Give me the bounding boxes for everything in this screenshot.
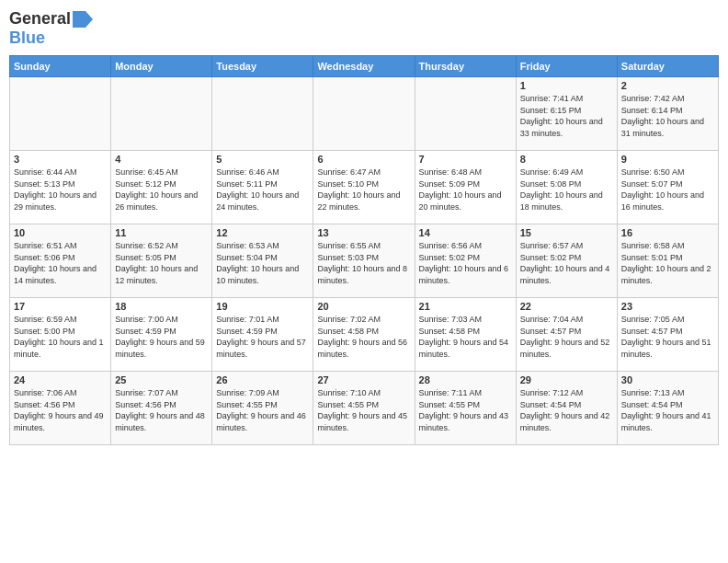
day-number: 1 [520,80,613,91]
logo-blue-text: Blue [9,29,45,48]
cell-info: Sunrise: 7:09 AMSunset: 4:55 PMDaylight:… [216,388,306,432]
cell-info: Sunrise: 6:50 AMSunset: 5:07 PMDaylight:… [621,167,704,212]
day-number: 3 [14,154,107,165]
cell-info: Sunrise: 7:05 AMSunset: 4:57 PMDaylight:… [621,315,711,359]
cell-info: Sunrise: 6:45 AMSunset: 5:12 PMDaylight:… [115,167,198,212]
cell-info: Sunrise: 7:04 AMSunset: 4:57 PMDaylight:… [520,315,610,359]
calendar-cell: 29Sunrise: 7:12 AMSunset: 4:54 PMDayligh… [516,372,617,445]
logo: General Blue [9,9,93,48]
cell-info: Sunrise: 6:59 AMSunset: 5:00 PMDaylight:… [14,315,104,359]
day-number: 9 [621,154,714,165]
calendar-cell: 14Sunrise: 6:56 AMSunset: 5:02 PMDayligh… [415,224,516,298]
day-header-thursday: Thursday [415,56,516,77]
calendar-cell: 13Sunrise: 6:55 AMSunset: 5:03 PMDayligh… [313,224,415,298]
calendar-cell: 18Sunrise: 7:00 AMSunset: 4:59 PMDayligh… [111,298,212,372]
calendar-cell: 3Sunrise: 6:44 AMSunset: 5:13 PMDaylight… [10,151,111,224]
cell-info: Sunrise: 6:51 AMSunset: 5:06 PMDaylight:… [14,241,97,285]
calendar-cell: 11Sunrise: 6:52 AMSunset: 5:05 PMDayligh… [111,224,212,298]
logo-general-text: General [9,9,71,29]
day-number: 4 [115,154,208,165]
day-number: 21 [419,301,512,312]
calendar-cell: 10Sunrise: 6:51 AMSunset: 5:06 PMDayligh… [10,224,111,298]
cell-info: Sunrise: 7:01 AMSunset: 4:59 PMDaylight:… [216,315,306,359]
calendar-cell: 22Sunrise: 7:04 AMSunset: 4:57 PMDayligh… [516,298,617,372]
calendar-cell: 8Sunrise: 6:49 AMSunset: 5:08 PMDaylight… [516,151,617,224]
cell-info: Sunrise: 7:11 AMSunset: 4:55 PMDaylight:… [419,388,509,432]
day-number: 26 [216,374,309,385]
day-number: 15 [520,227,613,238]
day-number: 20 [317,301,410,312]
week-row-4: 17Sunrise: 6:59 AMSunset: 5:00 PMDayligh… [10,298,719,372]
cell-info: Sunrise: 6:57 AMSunset: 5:02 PMDaylight:… [520,241,610,285]
day-header-sunday: Sunday [10,56,111,77]
day-number: 17 [14,301,107,312]
cell-info: Sunrise: 6:48 AMSunset: 5:09 PMDaylight:… [419,167,502,212]
calendar-cell [313,77,415,151]
calendar-cell: 24Sunrise: 7:06 AMSunset: 4:56 PMDayligh… [10,372,111,445]
week-row-3: 10Sunrise: 6:51 AMSunset: 5:06 PMDayligh… [10,224,719,298]
week-row-5: 24Sunrise: 7:06 AMSunset: 4:56 PMDayligh… [10,372,719,445]
calendar-cell: 12Sunrise: 6:53 AMSunset: 5:04 PMDayligh… [212,224,313,298]
day-number: 2 [621,80,714,91]
cell-info: Sunrise: 7:02 AMSunset: 4:58 PMDaylight:… [317,315,407,359]
cell-info: Sunrise: 6:58 AMSunset: 5:01 PMDaylight:… [621,241,711,285]
day-number: 30 [621,374,714,385]
calendar-cell: 27Sunrise: 7:10 AMSunset: 4:55 PMDayligh… [313,372,415,445]
cell-info: Sunrise: 6:56 AMSunset: 5:02 PMDaylight:… [419,241,509,285]
day-number: 16 [621,227,714,238]
svg-marker-0 [73,11,93,28]
cell-info: Sunrise: 6:52 AMSunset: 5:05 PMDaylight:… [115,241,198,285]
calendar-cell: 4Sunrise: 6:45 AMSunset: 5:12 PMDaylight… [111,151,212,224]
cell-info: Sunrise: 7:12 AMSunset: 4:54 PMDaylight:… [520,388,610,432]
calendar-cell [212,77,313,151]
calendar-cell: 19Sunrise: 7:01 AMSunset: 4:59 PMDayligh… [212,298,313,372]
calendar-cell: 26Sunrise: 7:09 AMSunset: 4:55 PMDayligh… [212,372,313,445]
calendar-cell: 30Sunrise: 7:13 AMSunset: 4:54 PMDayligh… [617,372,718,445]
calendar-cell [415,77,516,151]
cell-info: Sunrise: 6:46 AMSunset: 5:11 PMDaylight:… [216,167,299,212]
cell-info: Sunrise: 6:55 AMSunset: 5:03 PMDaylight:… [317,241,407,285]
cell-info: Sunrise: 7:07 AMSunset: 4:56 PMDaylight:… [115,388,205,432]
calendar-cell: 20Sunrise: 7:02 AMSunset: 4:58 PMDayligh… [313,298,415,372]
day-header-friday: Friday [516,56,617,77]
cell-info: Sunrise: 7:42 AMSunset: 6:14 PMDaylight:… [621,94,704,138]
calendar-cell: 15Sunrise: 6:57 AMSunset: 5:02 PMDayligh… [516,224,617,298]
cell-info: Sunrise: 7:10 AMSunset: 4:55 PMDaylight:… [317,388,407,432]
cell-info: Sunrise: 6:53 AMSunset: 5:04 PMDaylight:… [216,241,299,285]
calendar-cell: 2Sunrise: 7:42 AMSunset: 6:14 PMDaylight… [617,77,718,151]
calendar-cell: 9Sunrise: 6:50 AMSunset: 5:07 PMDaylight… [617,151,718,224]
cell-info: Sunrise: 7:13 AMSunset: 4:54 PMDaylight:… [621,388,711,432]
day-number: 8 [520,154,613,165]
cell-info: Sunrise: 6:49 AMSunset: 5:08 PMDaylight:… [520,167,603,212]
calendar-cell: 16Sunrise: 6:58 AMSunset: 5:01 PMDayligh… [617,224,718,298]
calendar-cell: 21Sunrise: 7:03 AMSunset: 4:58 PMDayligh… [415,298,516,372]
logo-bird-icon [73,11,93,28]
cell-info: Sunrise: 6:47 AMSunset: 5:10 PMDaylight:… [317,167,400,212]
day-number: 11 [115,227,208,238]
calendar-cell [10,77,111,151]
calendar-table: SundayMondayTuesdayWednesdayThursdayFrid… [9,55,719,445]
day-number: 22 [520,301,613,312]
week-row-2: 3Sunrise: 6:44 AMSunset: 5:13 PMDaylight… [10,151,719,224]
calendar-cell [111,77,212,151]
cell-info: Sunrise: 7:03 AMSunset: 4:58 PMDaylight:… [419,315,509,359]
day-number: 28 [419,374,512,385]
cell-info: Sunrise: 6:44 AMSunset: 5:13 PMDaylight:… [14,167,97,212]
cell-info: Sunrise: 7:00 AMSunset: 4:59 PMDaylight:… [115,315,205,359]
cell-info: Sunrise: 7:41 AMSunset: 6:15 PMDaylight:… [520,94,603,138]
day-number: 7 [419,154,512,165]
calendar-cell: 23Sunrise: 7:05 AMSunset: 4:57 PMDayligh… [617,298,718,372]
day-number: 5 [216,154,309,165]
calendar-cell: 6Sunrise: 6:47 AMSunset: 5:10 PMDaylight… [313,151,415,224]
day-number: 24 [14,374,107,385]
day-header-tuesday: Tuesday [212,56,313,77]
day-number: 10 [14,227,107,238]
week-row-1: 1Sunrise: 7:41 AMSunset: 6:15 PMDaylight… [10,77,719,151]
calendar-cell: 5Sunrise: 6:46 AMSunset: 5:11 PMDaylight… [212,151,313,224]
calendar-cell: 17Sunrise: 6:59 AMSunset: 5:00 PMDayligh… [10,298,111,372]
day-number: 14 [419,227,512,238]
calendar-cell: 7Sunrise: 6:48 AMSunset: 5:09 PMDaylight… [415,151,516,224]
day-header-saturday: Saturday [617,56,718,77]
calendar-header-row: SundayMondayTuesdayWednesdayThursdayFrid… [10,56,719,77]
day-number: 18 [115,301,208,312]
